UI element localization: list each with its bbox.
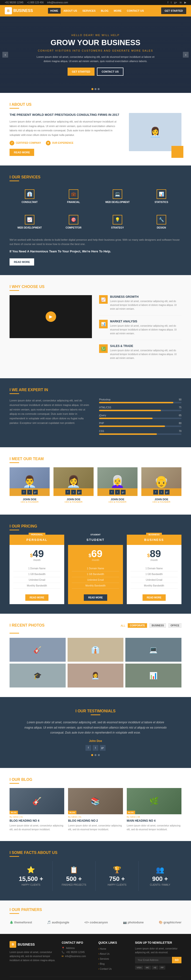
team-member-3-role: CEO & Founder <box>97 501 137 503</box>
topbar-social-gp[interactable]: g+ <box>174 1 177 4</box>
hero-dot-2[interactable] <box>94 88 97 90</box>
filter-business[interactable]: BUSINESS <box>150 623 166 628</box>
footer-quick-links: Home About Us Services Blog Contact Us <box>99 947 129 970</box>
pricing-personal-feat-1: 1 Domain Name <box>13 566 60 571</box>
skill-htmlcss: HTML/CSS75 <box>99 406 181 411</box>
topbar-social-yt[interactable]: ▶ <box>184 1 186 4</box>
photos-title-line <box>10 633 19 633</box>
sales-trade-icon: 💹 <box>99 344 108 353</box>
team-member-3-gp[interactable]: g+ <box>121 490 126 495</box>
footer-link-contact[interactable]: Contact Us <box>99 967 112 970</box>
nav-contact[interactable]: CONTACT US <box>124 8 146 14</box>
pricing-personal-features: 1 Domain Name 1 GB Bandwidth Unlimited E… <box>10 563 64 591</box>
why-item-business-growth: 📈 BUSINESS GROWTH Lorem ipsum dolor sit … <box>99 295 181 315</box>
hero-prev-button[interactable]: ‹ <box>2 52 8 57</box>
testimonial-dot-1[interactable] <box>91 754 93 756</box>
photos-section: I RECENT PHOTOS ALL CORPORATE BUSINESS O… <box>0 614 191 697</box>
photo-4[interactable]: 🎓 + <box>10 663 66 687</box>
topbar-social-fb[interactable]: f <box>168 1 168 4</box>
business-growth-icon: 📈 <box>99 295 108 304</box>
filter-corporate[interactable]: CORPORATE <box>128 623 147 628</box>
team-member-3-tw[interactable]: t <box>115 490 120 495</box>
footer-link-blog[interactable]: Blog <box>99 963 105 965</box>
facts-section: I SOME FACTS ABOUT US ⭐ 15,500 + Happy C… <box>0 841 191 900</box>
photo-1[interactable]: 🎸 + <box>10 638 66 662</box>
footer-bottom: Copyright © Auth 2016. Design made by CR… <box>10 977 181 980</box>
team-member-4: 👴 f t g+ JOHN DOE CEO & Founder <box>141 467 181 505</box>
team-member-1-gp[interactable]: g+ <box>33 490 38 495</box>
play-button[interactable]: ▶ <box>46 311 56 322</box>
testimonial-gp-icon[interactable]: g+ <box>100 745 105 751</box>
footer-contact-title: CONTACT INFO <box>62 941 92 944</box>
photo-2[interactable]: 👔 + <box>68 638 124 662</box>
footer-link-home[interactable]: Home <box>99 948 106 950</box>
team-member-1-tw[interactable]: t <box>27 490 32 495</box>
skill-photoshop: Photoshop90 <box>99 398 181 403</box>
financial-label: FINANCIAL <box>56 201 92 204</box>
team-member-4-gp[interactable]: g+ <box>165 490 170 495</box>
team-member-1-name: JOHN DOE <box>10 498 50 501</box>
photos-grid: 🎸 + 👔 + 💻 + 🎓 + 👩‍💼 + <box>10 638 181 687</box>
team-member-2-tw[interactable]: t <box>71 490 76 495</box>
statistics-label: STATISTICS <box>143 201 180 204</box>
footer-link-about[interactable]: About Us <box>99 953 110 955</box>
hero-started-button[interactable]: GET STARTED <box>68 68 94 76</box>
nav-more[interactable]: MORE <box>111 8 124 14</box>
topbar-social-li[interactable]: in <box>180 1 182 4</box>
about-section: I ABOUT US THE PRESENT WORLD MOST PRESTI… <box>0 93 191 165</box>
about-title-line <box>10 108 19 109</box>
testimonial-dot-3[interactable] <box>98 754 100 756</box>
testimonial-dot-2[interactable] <box>94 754 97 756</box>
hero-dot-1[interactable] <box>91 88 93 90</box>
happy-clients-label: Happy Clients <box>12 883 50 886</box>
team-member-3-fb[interactable]: f <box>109 490 114 495</box>
payment-pp: PP <box>159 966 165 969</box>
nav-blog[interactable]: BLOG <box>99 8 111 14</box>
services-read-more-button[interactable]: READ MORE <box>10 258 34 266</box>
testimonial-author: John Doe <box>10 739 181 743</box>
blog-post-1-image: 🎸 BLOG <box>10 788 64 814</box>
photo-6[interactable]: 📊 + <box>125 663 181 687</box>
partners-title: I OUR PARTNERS <box>10 908 181 912</box>
get-started-button[interactable]: GET STARTED <box>161 7 186 14</box>
nav-home[interactable]: HOME <box>48 8 60 14</box>
market-analysis-title: MARKET ANALYSIS <box>110 320 181 323</box>
newsletter-input[interactable] <box>135 957 171 963</box>
market-analysis-text: Lorem ipsum dolor sit amet, consectetur … <box>110 324 181 336</box>
photo-5[interactable]: 👩‍💼 + <box>68 663 124 687</box>
photo-3[interactable]: 💻 + <box>125 638 181 662</box>
footer-link-services[interactable]: Services <box>99 958 109 960</box>
testimonial-fb-icon[interactable]: f <box>86 745 91 751</box>
team-member-4-tw[interactable]: t <box>159 490 164 495</box>
hero-contact-button[interactable]: CONTACT US <box>97 68 123 76</box>
pricing-student-badge: STUDENT <box>88 533 103 536</box>
pricing-student-btn[interactable]: READ MORE <box>84 594 107 601</box>
about-right: 👩‍💼 <box>129 113 181 156</box>
team-member-2-gp[interactable]: g+ <box>77 490 82 495</box>
filter-all[interactable]: ALL <box>121 624 125 627</box>
testimonial-tw-icon[interactable]: t <box>92 745 99 751</box>
blog-post-3-image: 🌿 BLOG <box>127 788 181 814</box>
pricing-personal-btn[interactable]: READ MORE <box>25 594 48 601</box>
nav-services[interactable]: SERVICES <box>80 8 98 14</box>
team-member-4-fb[interactable]: f <box>153 490 158 495</box>
topbar-social-tw[interactable]: t <box>171 1 172 4</box>
nav-about[interactable]: ABOUT US <box>61 8 80 14</box>
fact-clients-family: 👥 900 + Clients / Family <box>139 861 181 891</box>
partner-audiojungle: 🎵 audiojungle <box>47 918 69 927</box>
about-read-more-button[interactable]: READ MORE <box>10 149 34 156</box>
testimonials-title: I OUR TESTIMONIALS <box>75 709 116 713</box>
team-member-1-fb[interactable]: f <box>21 490 26 495</box>
partner-photodune: 📷 photodune <box>123 918 144 927</box>
hero-next-button[interactable]: › <box>183 52 189 57</box>
pricing-business-btn[interactable]: READ MORE <box>143 594 166 601</box>
awards-number: 750 + <box>98 875 136 883</box>
skill-css-fill <box>99 433 157 435</box>
expert-skills: Photoshop90 HTML/CSS75 jQuery65 <box>99 398 181 438</box>
blog-post-3-excerpt: Lorem ipsum dolor sit amet, consectetur … <box>127 824 181 832</box>
about-text: Lorem ipsum dolor sit amet, consectetur … <box>10 119 122 137</box>
hero-dot-3[interactable] <box>98 88 100 90</box>
filter-office[interactable]: OFFICE <box>168 623 181 628</box>
team-member-2-fb[interactable]: f <box>65 490 70 495</box>
newsletter-submit-button[interactable]: GO <box>172 957 181 963</box>
